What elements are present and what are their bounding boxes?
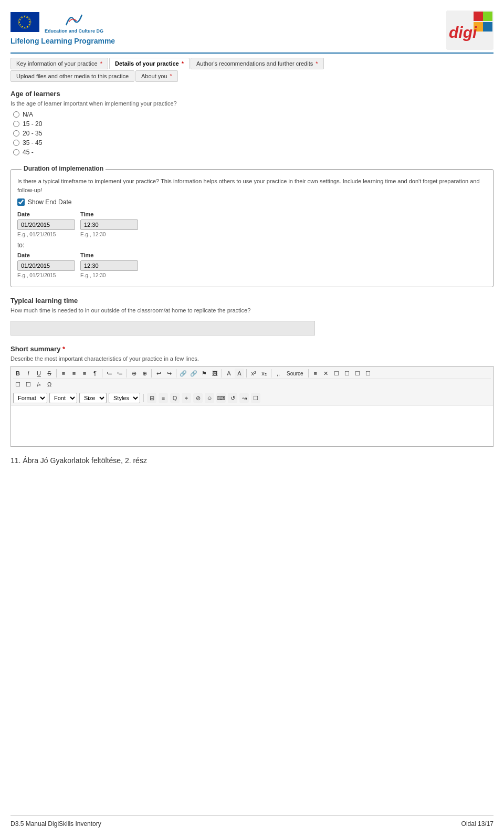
styles-select[interactable]: Styles — [109, 393, 140, 403]
toolbar-subscript[interactable]: x₂ — [259, 369, 269, 378]
format-keyboard-icon[interactable]: ⌨ — [216, 393, 226, 403]
toolbar-sep1 — [56, 369, 57, 378]
format-redo2-icon[interactable]: ↝ — [239, 393, 249, 403]
format-table-icon[interactable]: ⊞ — [147, 393, 156, 403]
tab-about-you[interactable]: About you * — [135, 70, 178, 82]
toolbar-source[interactable]: Source — [284, 369, 306, 378]
font-select[interactable]: Font — [49, 393, 77, 403]
from-time-hint: E.g., 12:30 — [80, 232, 106, 237]
from-time-input[interactable] — [80, 219, 138, 230]
toolbar-undo[interactable]: ↩ — [154, 369, 163, 378]
format-emoji-icon[interactable]: ☺ — [205, 393, 214, 403]
summary-required-star: * — [62, 345, 65, 353]
header-left: Education and Culture DG Lifelong Learni… — [10, 11, 115, 45]
toolbar-link[interactable]: 🔗 — [178, 369, 188, 378]
format-select[interactable]: Format — [13, 393, 47, 403]
svg-rect-17 — [483, 12, 492, 21]
age-radio-na[interactable] — [13, 111, 19, 118]
toolbar-font-bgcolor[interactable]: A — [235, 369, 244, 378]
size-select[interactable]: Size — [79, 393, 107, 403]
duration-section: Duration of implemenation Is there a typ… — [10, 165, 494, 287]
to-label: to: — [17, 242, 487, 249]
toolbar-redo[interactable]: ↪ — [164, 369, 174, 378]
toolbar-paste-word[interactable]: ☐ — [363, 369, 373, 378]
age-option-na[interactable]: N/A — [13, 111, 494, 118]
toolbar-maximize[interactable]: ≡ — [311, 369, 320, 378]
tab-key-info[interactable]: Key information of your practice * — [10, 58, 108, 69]
age-radio-15-20[interactable] — [13, 121, 19, 127]
figure-caption: 11. Ábra Jó Gyakorlatok feltöltése, 2. r… — [10, 456, 494, 465]
to-date-header: Date — [17, 252, 80, 258]
toolbar-strikethrough[interactable]: S — [45, 369, 54, 378]
age-option-35-45[interactable]: 35 - 45 — [13, 139, 494, 146]
svg-text:digi: digi — [449, 24, 477, 41]
toolbar-outdent[interactable]: ⊕ — [140, 369, 149, 378]
tab-upload[interactable]: Upload files and other media to this pra… — [10, 70, 134, 82]
toolbar-anchor[interactable]: ⚑ — [200, 369, 209, 378]
show-end-date-label: Show End Date — [28, 198, 71, 206]
header-logos: Education and Culture DG — [10, 11, 115, 34]
toolbar-row2: ☐ ☐ Ix Ω — [13, 379, 491, 390]
to-date-input[interactable] — [17, 260, 75, 271]
duration-fieldset: Duration of implemenation Is there a typ… — [10, 165, 494, 287]
age-radio-20-35[interactable] — [13, 130, 19, 137]
footer-right: Oldal 13/17 — [461, 820, 494, 827]
from-dt-header: Date Time — [17, 211, 487, 217]
format-search-icon[interactable]: Q — [170, 393, 180, 403]
format-list-icon[interactable]: ≡ — [159, 393, 168, 403]
toolbar-paragraph[interactable]: ¶ — [90, 369, 100, 378]
svg-rect-15 — [474, 12, 483, 21]
toolbar-align-center[interactable]: ≡ — [69, 369, 79, 378]
format-undo2-icon[interactable]: ↺ — [228, 393, 237, 403]
tab-details[interactable]: Details of your practice * — [109, 58, 190, 69]
toolbar-underline[interactable]: U — [34, 369, 44, 378]
to-dt-row — [17, 260, 487, 271]
toolbar-image2[interactable]: ☐ — [24, 380, 33, 389]
age-radio-45plus[interactable] — [13, 149, 19, 155]
toolbar-bold[interactable]: B — [13, 369, 23, 378]
age-label-20-35: 20 - 35 — [23, 130, 42, 137]
format-special-icon[interactable]: ☐ — [251, 393, 260, 403]
format-block-icon[interactable]: ⊘ — [193, 393, 203, 403]
toolbar-table[interactable]: ☐ — [13, 380, 23, 389]
to-time-input[interactable] — [80, 260, 138, 271]
format-toolbar: Format Font Size Styles ⊞ ≡ Q ⌖ ⊘ ☺ ⌨ ↺ … — [10, 391, 494, 405]
age-label-45plus: 45 - — [23, 149, 34, 156]
from-dt-hints: E.g., 01/21/2015 E.g., 12:30 — [17, 232, 487, 237]
age-label-35-45: 35 - 45 — [23, 139, 42, 146]
toolbar-italic[interactable]: I — [24, 369, 33, 378]
show-end-date-checkbox[interactable] — [17, 198, 25, 206]
toolbar-clear-format[interactable]: Ix — [34, 380, 44, 389]
from-date-input[interactable] — [17, 219, 75, 230]
toolbar-bullet-list[interactable]: ≔ — [104, 369, 114, 378]
learning-time-input[interactable] — [10, 321, 315, 336]
tab-recommendations[interactable]: Author's recommendations and further cre… — [191, 58, 324, 69]
toolbar-sep6 — [222, 369, 222, 378]
eacea-text-label: Education and Culture DG — [45, 28, 103, 34]
toolbar-paste[interactable]: ☐ — [342, 369, 352, 378]
toolbar-numbered-list[interactable]: ≔ — [115, 369, 124, 378]
toolbar-font-color[interactable]: A — [224, 369, 234, 378]
digi-logo: digi skills — [446, 11, 494, 50]
toolbar-superscript[interactable]: x² — [249, 369, 258, 378]
toolbar-align-left[interactable]: ≡ — [59, 369, 68, 378]
format-target-icon[interactable]: ⌖ — [182, 393, 191, 403]
age-section-subtitle: Is the age of learner important when imp… — [10, 100, 494, 107]
toolbar-copy[interactable]: ☐ — [332, 369, 341, 378]
toolbar-indent[interactable]: ⊕ — [129, 369, 139, 378]
toolbar-image[interactable]: 🖼 — [210, 369, 219, 378]
summary-title: Short summary * — [10, 345, 494, 353]
toolbar-cut[interactable]: ✕ — [321, 369, 331, 378]
editor-area[interactable] — [10, 405, 494, 447]
age-option-45plus[interactable]: 45 - — [13, 149, 494, 156]
toolbar-sep8 — [271, 369, 271, 378]
age-option-20-35[interactable]: 20 - 35 — [13, 130, 494, 137]
toolbar-omega[interactable]: Ω — [45, 380, 54, 389]
age-radio-35-45[interactable] — [13, 140, 19, 146]
age-option-15-20[interactable]: 15 - 20 — [13, 120, 494, 128]
toolbar-quote[interactable]: ,, — [274, 369, 283, 378]
toolbar-align-right[interactable]: ≡ — [80, 369, 89, 378]
toolbar-unlink[interactable]: 🔗 — [189, 369, 198, 378]
toolbar-paste-text[interactable]: ☐ — [353, 369, 362, 378]
tabs-row1: Key information of your practice * Detai… — [10, 58, 494, 69]
